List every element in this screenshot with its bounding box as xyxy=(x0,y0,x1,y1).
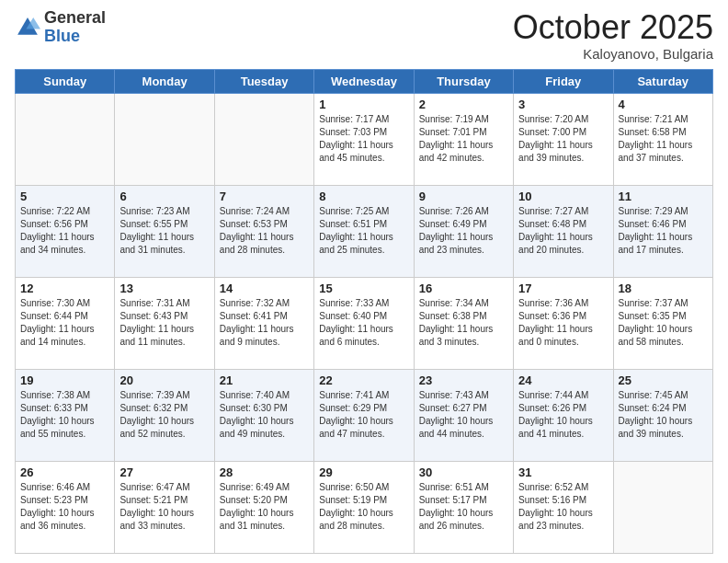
day-number: 25 xyxy=(619,373,708,387)
day-header-saturday: Saturday xyxy=(613,69,712,93)
day-header-thursday: Thursday xyxy=(414,69,513,93)
day-info: Sunrise: 7:17 AM Sunset: 7:03 PM Dayligh… xyxy=(319,113,408,165)
calendar-day-cell: 31Sunrise: 6:52 AM Sunset: 5:16 PM Dayli… xyxy=(514,461,613,553)
calendar-day-cell: 16Sunrise: 7:34 AM Sunset: 6:38 PM Dayli… xyxy=(414,277,513,369)
day-info: Sunrise: 7:23 AM Sunset: 6:55 PM Dayligh… xyxy=(119,205,209,257)
day-info: Sunrise: 7:29 AM Sunset: 6:46 PM Dayligh… xyxy=(619,205,708,257)
calendar-day-cell: 9Sunrise: 7:26 AM Sunset: 6:49 PM Daylig… xyxy=(414,185,513,277)
day-number: 5 xyxy=(20,190,109,203)
day-info: Sunrise: 7:27 AM Sunset: 6:48 PM Dayligh… xyxy=(518,205,608,257)
day-number: 22 xyxy=(319,373,408,387)
title-block: October 2025 Kaloyanovo, Bulgaria xyxy=(513,9,713,62)
day-number: 9 xyxy=(419,190,508,203)
calendar-day-cell: 14Sunrise: 7:32 AM Sunset: 6:41 PM Dayli… xyxy=(214,277,313,369)
calendar-day-cell: 11Sunrise: 7:29 AM Sunset: 6:46 PM Dayli… xyxy=(613,185,712,277)
calendar-day-cell: 5Sunrise: 7:22 AM Sunset: 6:56 PM Daylig… xyxy=(16,185,115,277)
day-info: Sunrise: 6:51 AM Sunset: 5:17 PM Dayligh… xyxy=(419,481,508,533)
day-info: Sunrise: 7:26 AM Sunset: 6:49 PM Dayligh… xyxy=(419,205,508,257)
day-number: 13 xyxy=(119,282,209,295)
calendar-day-cell xyxy=(613,461,712,553)
calendar-day-cell: 28Sunrise: 6:49 AM Sunset: 5:20 PM Dayli… xyxy=(214,461,313,553)
day-info: Sunrise: 7:22 AM Sunset: 6:56 PM Dayligh… xyxy=(20,205,109,257)
day-number: 27 xyxy=(119,465,209,479)
day-info: Sunrise: 7:37 AM Sunset: 6:35 PM Dayligh… xyxy=(619,297,708,349)
month-title: October 2025 xyxy=(513,9,713,46)
day-header-friday: Friday xyxy=(514,69,613,93)
day-number: 17 xyxy=(518,282,608,295)
day-info: Sunrise: 7:39 AM Sunset: 6:32 PM Dayligh… xyxy=(119,389,209,441)
day-info: Sunrise: 7:44 AM Sunset: 6:26 PM Dayligh… xyxy=(518,389,608,441)
calendar-day-cell: 29Sunrise: 6:50 AM Sunset: 5:19 PM Dayli… xyxy=(314,461,414,553)
day-number: 26 xyxy=(20,465,109,479)
calendar-day-cell: 6Sunrise: 7:23 AM Sunset: 6:55 PM Daylig… xyxy=(115,185,214,277)
calendar-day-cell xyxy=(115,93,214,185)
day-info: Sunrise: 7:45 AM Sunset: 6:24 PM Dayligh… xyxy=(619,389,708,441)
day-number: 15 xyxy=(319,282,408,295)
calendar-day-cell: 19Sunrise: 7:38 AM Sunset: 6:33 PM Dayli… xyxy=(16,369,115,461)
day-info: Sunrise: 7:33 AM Sunset: 6:40 PM Dayligh… xyxy=(319,297,408,349)
day-info: Sunrise: 7:38 AM Sunset: 6:33 PM Dayligh… xyxy=(20,389,109,441)
day-header-tuesday: Tuesday xyxy=(214,69,313,93)
calendar-day-cell: 2Sunrise: 7:19 AM Sunset: 7:01 PM Daylig… xyxy=(414,93,513,185)
calendar-day-cell: 24Sunrise: 7:44 AM Sunset: 6:26 PM Dayli… xyxy=(514,369,613,461)
day-info: Sunrise: 6:46 AM Sunset: 5:23 PM Dayligh… xyxy=(20,481,109,533)
day-number: 3 xyxy=(518,98,608,111)
day-number: 2 xyxy=(419,98,508,111)
calendar-day-cell: 4Sunrise: 7:21 AM Sunset: 6:58 PM Daylig… xyxy=(613,93,712,185)
calendar-day-cell: 30Sunrise: 6:51 AM Sunset: 5:17 PM Dayli… xyxy=(414,461,513,553)
day-info: Sunrise: 7:41 AM Sunset: 6:29 PM Dayligh… xyxy=(319,389,408,441)
day-number: 11 xyxy=(619,190,708,203)
calendar-day-cell: 13Sunrise: 7:31 AM Sunset: 6:43 PM Dayli… xyxy=(115,277,214,369)
calendar-day-cell: 27Sunrise: 6:47 AM Sunset: 5:21 PM Dayli… xyxy=(115,461,214,553)
day-info: Sunrise: 7:21 AM Sunset: 6:58 PM Dayligh… xyxy=(619,113,708,165)
day-header-sunday: Sunday xyxy=(16,69,115,93)
day-number: 20 xyxy=(119,373,209,387)
day-info: Sunrise: 7:36 AM Sunset: 6:36 PM Dayligh… xyxy=(518,297,608,349)
day-number: 29 xyxy=(319,465,408,479)
logo-icon xyxy=(15,15,40,40)
day-number: 10 xyxy=(518,190,608,203)
calendar-week-row: 1Sunrise: 7:17 AM Sunset: 7:03 PM Daylig… xyxy=(16,93,713,185)
day-number: 19 xyxy=(20,373,109,387)
day-info: Sunrise: 7:19 AM Sunset: 7:01 PM Dayligh… xyxy=(419,113,508,165)
day-info: Sunrise: 7:24 AM Sunset: 6:53 PM Dayligh… xyxy=(220,205,309,257)
day-info: Sunrise: 7:43 AM Sunset: 6:27 PM Dayligh… xyxy=(419,389,508,441)
calendar-day-cell: 7Sunrise: 7:24 AM Sunset: 6:53 PM Daylig… xyxy=(214,185,313,277)
calendar-week-row: 5Sunrise: 7:22 AM Sunset: 6:56 PM Daylig… xyxy=(16,185,713,277)
calendar-day-cell: 25Sunrise: 7:45 AM Sunset: 6:24 PM Dayli… xyxy=(613,369,712,461)
day-number: 4 xyxy=(619,98,708,111)
logo-text: General Blue xyxy=(44,9,106,46)
day-info: Sunrise: 6:49 AM Sunset: 5:20 PM Dayligh… xyxy=(220,481,309,533)
calendar-table: SundayMondayTuesdayWednesdayThursdayFrid… xyxy=(15,69,713,554)
calendar-day-cell: 10Sunrise: 7:27 AM Sunset: 6:48 PM Dayli… xyxy=(514,185,613,277)
calendar-day-cell: 23Sunrise: 7:43 AM Sunset: 6:27 PM Dayli… xyxy=(414,369,513,461)
day-info: Sunrise: 7:40 AM Sunset: 6:30 PM Dayligh… xyxy=(220,389,309,441)
calendar-day-cell: 18Sunrise: 7:37 AM Sunset: 6:35 PM Dayli… xyxy=(613,277,712,369)
calendar-day-cell: 15Sunrise: 7:33 AM Sunset: 6:40 PM Dayli… xyxy=(314,277,414,369)
logo: General Blue xyxy=(15,9,106,46)
day-info: Sunrise: 7:31 AM Sunset: 6:43 PM Dayligh… xyxy=(119,297,209,349)
day-header-monday: Monday xyxy=(115,69,214,93)
day-info: Sunrise: 7:25 AM Sunset: 6:51 PM Dayligh… xyxy=(319,205,408,257)
day-info: Sunrise: 7:30 AM Sunset: 6:44 PM Dayligh… xyxy=(20,297,109,349)
day-number: 31 xyxy=(518,465,608,479)
day-number: 18 xyxy=(619,282,708,295)
calendar-day-cell xyxy=(214,93,313,185)
day-number: 24 xyxy=(518,373,608,387)
logo-general-text: General xyxy=(44,9,106,28)
calendar-week-row: 19Sunrise: 7:38 AM Sunset: 6:33 PM Dayli… xyxy=(16,369,713,461)
day-number: 14 xyxy=(220,282,309,295)
calendar-day-cell xyxy=(16,93,115,185)
calendar-day-cell: 26Sunrise: 6:46 AM Sunset: 5:23 PM Dayli… xyxy=(16,461,115,553)
day-info: Sunrise: 6:47 AM Sunset: 5:21 PM Dayligh… xyxy=(119,481,209,533)
calendar-day-cell: 8Sunrise: 7:25 AM Sunset: 6:51 PM Daylig… xyxy=(314,185,414,277)
location-title: Kaloyanovo, Bulgaria xyxy=(513,46,713,62)
day-number: 28 xyxy=(220,465,309,479)
day-info: Sunrise: 7:34 AM Sunset: 6:38 PM Dayligh… xyxy=(419,297,508,349)
calendar-day-cell: 1Sunrise: 7:17 AM Sunset: 7:03 PM Daylig… xyxy=(314,93,414,185)
day-info: Sunrise: 7:32 AM Sunset: 6:41 PM Dayligh… xyxy=(220,297,309,349)
calendar-week-row: 26Sunrise: 6:46 AM Sunset: 5:23 PM Dayli… xyxy=(16,461,713,553)
day-number: 30 xyxy=(419,465,508,479)
page: General Blue October 2025 Kaloyanovo, Bu… xyxy=(0,0,728,563)
logo-blue-text: Blue xyxy=(44,28,106,46)
